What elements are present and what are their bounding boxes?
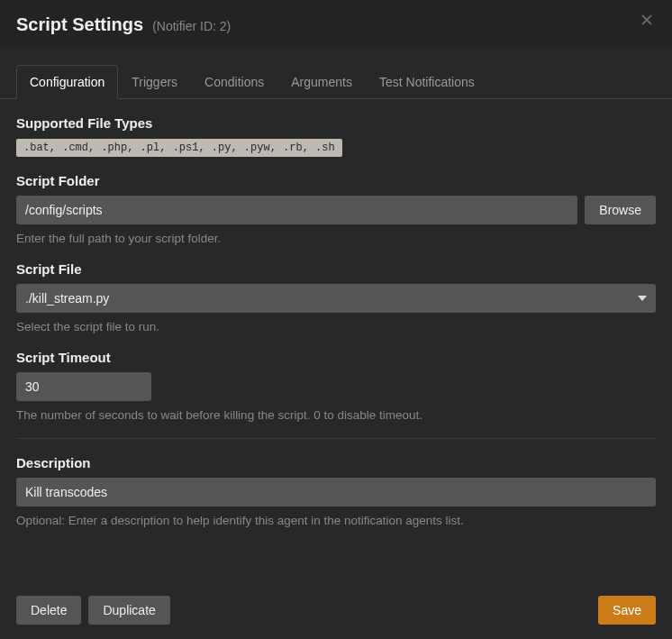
save-button[interactable]: Save bbox=[598, 596, 656, 625]
script-folder-group: Script Folder Browse Enter the full path… bbox=[16, 173, 656, 245]
supported-file-types-group: Supported File Types .bat, .cmd, .php, .… bbox=[16, 115, 656, 157]
delete-button[interactable]: Delete bbox=[16, 596, 81, 625]
description-label: Description bbox=[16, 455, 656, 470]
script-folder-label: Script Folder bbox=[16, 173, 656, 188]
supported-file-types-value: .bat, .cmd, .php, .pl, .ps1, .py, .pyw, … bbox=[16, 139, 342, 157]
script-settings-modal: Script Settings (Notifier ID: 2) Configu… bbox=[0, 0, 672, 639]
tab-bar: Configuration Triggers Conditions Argume… bbox=[0, 48, 672, 99]
supported-file-types-label: Supported File Types bbox=[16, 115, 656, 131]
script-timeout-label: Script Timeout bbox=[16, 350, 656, 365]
description-group: Description Optional: Enter a descriptio… bbox=[16, 455, 656, 527]
modal-subtitle: (Notifier ID: 2) bbox=[152, 19, 231, 33]
script-timeout-input[interactable] bbox=[16, 372, 151, 401]
divider bbox=[16, 438, 656, 439]
tab-triggers[interactable]: Triggers bbox=[118, 65, 191, 99]
close-icon bbox=[640, 13, 654, 31]
script-file-label: Script File bbox=[16, 261, 656, 277]
tab-conditions[interactable]: Conditions bbox=[191, 65, 277, 99]
description-input[interactable] bbox=[16, 478, 656, 507]
script-file-select[interactable]: ./kill_stream.py bbox=[16, 284, 656, 313]
modal-title: Script Settings bbox=[16, 14, 143, 35]
script-folder-input[interactable] bbox=[16, 196, 577, 224]
tab-arguments[interactable]: Arguments bbox=[277, 65, 366, 99]
script-folder-help: Enter the full path to your script folde… bbox=[16, 232, 656, 245]
script-file-group: Script File ./kill_stream.py Select the … bbox=[16, 261, 656, 333]
close-button[interactable] bbox=[636, 11, 658, 32]
script-file-help: Select the script file to run. bbox=[16, 320, 656, 333]
modal-header: Script Settings (Notifier ID: 2) bbox=[0, 0, 672, 48]
description-help: Optional: Enter a description to help id… bbox=[16, 514, 656, 527]
tab-content: Supported File Types .bat, .cmd, .php, .… bbox=[0, 99, 672, 551]
browse-button[interactable]: Browse bbox=[585, 196, 656, 224]
tab-test-notifications[interactable]: Test Notifications bbox=[366, 65, 488, 99]
script-timeout-group: Script Timeout The number of seconds to … bbox=[16, 350, 656, 422]
tab-configuration[interactable]: Configuration bbox=[16, 65, 118, 99]
modal-footer: Delete Duplicate Save bbox=[0, 581, 672, 639]
footer-spacer bbox=[177, 596, 591, 625]
duplicate-button[interactable]: Duplicate bbox=[88, 596, 169, 625]
script-timeout-help: The number of seconds to wait before kil… bbox=[16, 408, 656, 422]
